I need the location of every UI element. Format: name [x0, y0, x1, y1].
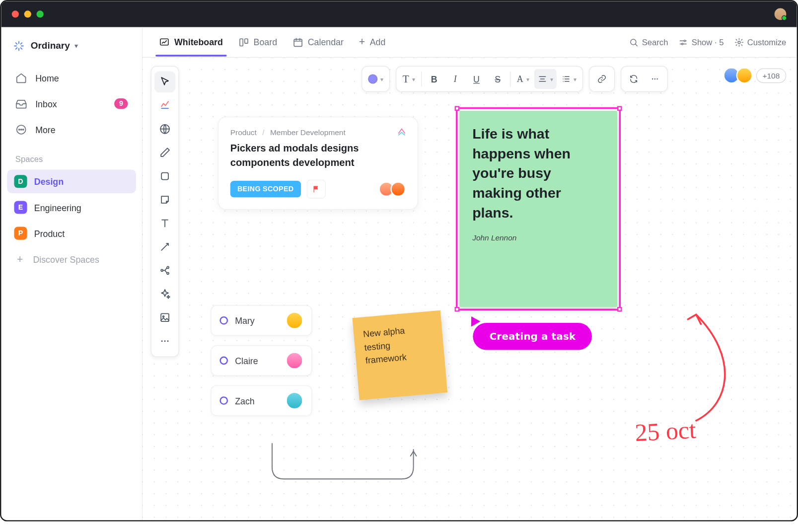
search-button[interactable]: Search	[629, 37, 668, 47]
resize-handle[interactable]	[617, 106, 622, 110]
svg-rect-7	[294, 39, 302, 46]
tool-cursor[interactable]	[154, 72, 176, 93]
person-card[interactable]: Mary	[211, 305, 312, 336]
task-card[interactable]: Product / Member Development Pickers ad …	[218, 117, 418, 210]
list-icon	[561, 74, 571, 83]
tool-text[interactable]	[154, 213, 176, 234]
tool-image[interactable]	[154, 307, 176, 328]
discover-spaces-button[interactable]: + Discover Spaces	[7, 247, 136, 272]
resize-handle[interactable]	[617, 307, 622, 311]
resize-handle[interactable]	[455, 106, 459, 110]
sticky-quote-selected[interactable]: Life is what happens when you're busy ma…	[456, 107, 621, 310]
sticky-note-green[interactable]: Life is what happens when you're busy ma…	[459, 111, 617, 307]
priority-flag-button[interactable]	[306, 180, 325, 199]
svg-point-24	[563, 81, 564, 82]
sidebar-item-more[interactable]: More	[7, 118, 136, 141]
chevron-down-icon: ▾	[526, 76, 529, 82]
person-name: Zach	[235, 395, 279, 405]
text-style-button[interactable]: T▾	[399, 69, 419, 89]
sticky-note-yellow[interactable]: New alpha testing framework	[352, 310, 447, 400]
cursor-pointer-icon	[467, 314, 480, 327]
tool-sticky[interactable]	[154, 189, 176, 211]
svg-point-9	[684, 40, 686, 41]
space-item-product[interactable]: P Product	[7, 222, 136, 245]
whiteboard-canvas[interactable]: +108	[143, 58, 797, 520]
tool-more[interactable]	[154, 330, 176, 352]
hand-written-date: 25 oct	[634, 416, 697, 447]
current-user-avatar[interactable]	[775, 8, 787, 20]
radio-icon[interactable]	[219, 357, 228, 365]
svg-point-19	[161, 340, 163, 342]
person-card[interactable]: Claire	[211, 345, 312, 376]
text-color-button[interactable]: A▾	[513, 69, 533, 89]
tab-whiteboard[interactable]: Whiteboard	[153, 29, 228, 56]
whiteboard-icon	[159, 37, 169, 47]
link-icon	[597, 74, 607, 83]
quote-author: John Lennon	[472, 233, 604, 242]
sidebar-item-inbox[interactable]: Inbox 9	[7, 92, 136, 115]
space-item-design[interactable]: D Design	[7, 170, 136, 193]
customize-label: Customize	[747, 37, 786, 47]
show-filters-button[interactable]: Show · 5	[679, 37, 724, 47]
tool-web[interactable]	[154, 118, 176, 140]
minimize-window-button[interactable]	[24, 10, 31, 17]
customize-button[interactable]: Customize	[734, 37, 787, 47]
inbox-icon	[15, 98, 27, 110]
workspace-switcher[interactable]: Ordinary ▾	[7, 35, 136, 57]
color-picker-button[interactable]: ▾	[364, 69, 387, 89]
tool-shape[interactable]	[154, 165, 176, 187]
svg-rect-17	[161, 313, 169, 321]
tab-board[interactable]: Board	[232, 29, 283, 56]
sidebar-item-home[interactable]: Home	[7, 66, 136, 89]
resize-handle[interactable]	[455, 307, 459, 311]
person-name: Claire	[235, 356, 279, 366]
tool-pen[interactable]	[154, 142, 176, 163]
strikethrough-button[interactable]: S	[488, 69, 508, 89]
person-name: Mary	[235, 315, 279, 325]
breadcrumb-item[interactable]: Product	[230, 128, 257, 137]
search-label: Search	[642, 37, 668, 47]
bold-button[interactable]: B	[424, 69, 444, 89]
svg-point-1	[19, 129, 20, 130]
avatar[interactable]	[390, 182, 406, 197]
tool-task[interactable]	[154, 95, 176, 116]
sidebar: Ordinary ▾ Home Inbox 9 More Spaces D De…	[1, 27, 143, 521]
align-button[interactable]: ▾	[534, 69, 557, 89]
quote-text: Life is what happens when you're busy ma…	[472, 124, 604, 223]
person-card[interactable]: Zach	[211, 385, 312, 416]
align-center-icon	[538, 74, 547, 83]
svg-point-2	[21, 129, 22, 130]
task-assignees[interactable]	[382, 182, 406, 197]
radio-icon[interactable]	[219, 396, 228, 405]
breadcrumb-item[interactable]: Member Development	[270, 128, 346, 137]
tool-mindmap[interactable]	[154, 260, 176, 281]
convert-button[interactable]	[624, 69, 644, 89]
more-collaborators-count[interactable]: +108	[756, 68, 786, 83]
calendar-icon	[292, 37, 303, 47]
radio-icon[interactable]	[219, 316, 228, 325]
format-toolbar: ▾ T▾ B I U S A▾ ▾ ▾	[362, 66, 668, 92]
add-view-button[interactable]: + Add	[353, 28, 391, 57]
italic-button[interactable]: I	[445, 69, 465, 89]
breadcrumb[interactable]: Product / Member Development	[230, 128, 406, 137]
chevron-down-icon: ▾	[74, 42, 78, 50]
svg-rect-4	[160, 39, 168, 45]
close-window-button[interactable]	[12, 10, 19, 17]
refresh-icon	[629, 74, 639, 83]
connector-arrow[interactable]	[266, 441, 431, 488]
link-button[interactable]	[592, 69, 612, 89]
tool-ai[interactable]	[154, 283, 176, 304]
more-options-button[interactable]	[645, 69, 665, 89]
status-badge[interactable]: BEING SCOPED	[230, 181, 301, 197]
svg-rect-6	[244, 39, 247, 43]
avatar[interactable]	[736, 67, 752, 83]
underline-button[interactable]: U	[466, 69, 486, 89]
tool-connector[interactable]	[154, 236, 176, 258]
maximize-window-button[interactable]	[37, 10, 44, 17]
space-item-engineering[interactable]: E Engineering	[7, 196, 136, 219]
board-icon	[238, 37, 249, 47]
collaborator-avatars[interactable]: +108	[726, 67, 786, 83]
tab-calendar[interactable]: Calendar	[287, 29, 350, 56]
show-label: Show · 5	[692, 37, 724, 47]
list-button[interactable]: ▾	[558, 69, 580, 89]
